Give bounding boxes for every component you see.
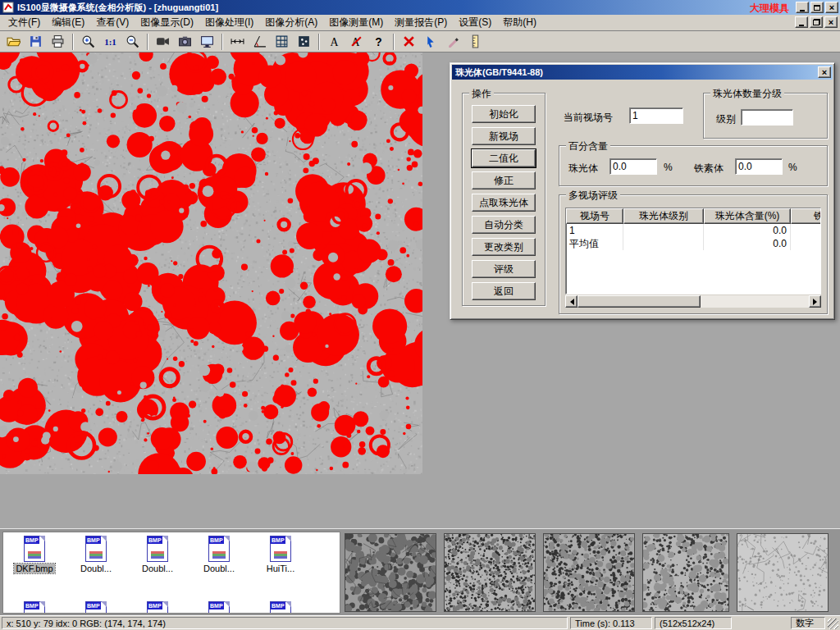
init-button[interactable]: 初始化 xyxy=(472,105,536,123)
table-horizontal-scrollbar[interactable] xyxy=(565,295,821,308)
marker-button[interactable] xyxy=(421,32,441,51)
zoom-in-button[interactable] xyxy=(78,32,98,51)
annotate-text-button[interactable]: A xyxy=(324,32,345,51)
print-button[interactable] xyxy=(48,32,68,51)
actual-size-button[interactable]: 1:1 xyxy=(100,32,121,51)
pearlite-dialog: 珠光体(GB/T9441-88) × 操作 初始化 新视场 二值化 修正 点取珠… xyxy=(450,62,835,320)
table-row[interactable]: 1 0.0 xyxy=(566,224,820,237)
file-item[interactable]: BMP Doubl... xyxy=(66,536,126,574)
micrograph-image[interactable] xyxy=(0,52,422,474)
level-input[interactable] xyxy=(741,109,793,126)
file-item-partial[interactable]: BMP xyxy=(5,601,64,614)
scrollbar-thumb[interactable] xyxy=(578,295,701,308)
menu-item-help[interactable]: 帮助(H) xyxy=(497,14,542,31)
thumbnail-5[interactable] xyxy=(737,533,829,612)
change-class-button[interactable]: 更改类别 xyxy=(472,238,536,256)
menu-item-file[interactable]: 文件(F) xyxy=(2,14,46,31)
count-button[interactable] xyxy=(294,32,314,51)
menu-item-edit[interactable]: 编辑(E) xyxy=(46,14,90,31)
rating-table[interactable]: 视场号 珠光体级别 珠光体含量(%) 铁素 1 0.0 平均值 0 xyxy=(565,208,821,294)
arrow-right-icon xyxy=(813,299,820,305)
grid-button[interactable] xyxy=(272,32,292,51)
zoom-out-button[interactable] xyxy=(122,32,143,51)
workspace: 珠光体(GB/T9441-88) × 操作 初始化 新视场 二值化 修正 点取珠… xyxy=(0,52,840,528)
resize-grip[interactable] xyxy=(828,619,838,629)
camera-button[interactable] xyxy=(175,32,195,51)
scroll-left-button[interactable] xyxy=(565,295,578,308)
ferrite-input[interactable] xyxy=(735,158,783,175)
mdi-close-button[interactable]: × xyxy=(824,16,838,28)
return-button[interactable]: 返回 xyxy=(472,282,536,300)
file-item[interactable]: BMP HuiTi... xyxy=(251,536,310,574)
pearlite-input[interactable] xyxy=(609,158,657,175)
menu-item-image-measure[interactable]: 图像测量(M) xyxy=(323,14,389,31)
current-field-input[interactable] xyxy=(629,107,683,124)
save-button[interactable] xyxy=(25,32,46,51)
measure-width-button[interactable] xyxy=(227,32,248,51)
file-item[interactable]: BMP Doubl... xyxy=(189,536,249,574)
thumbnail-1[interactable] xyxy=(345,533,436,612)
thumbnail-strip-icon xyxy=(28,551,41,559)
minimize-button[interactable] xyxy=(796,2,809,13)
file-name[interactable]: Doubl... xyxy=(79,564,113,573)
picker-button[interactable] xyxy=(443,32,463,51)
file-name[interactable]: HuiTi... xyxy=(265,564,296,573)
table-row[interactable]: 平均值 0.0 xyxy=(566,237,820,250)
thumbnail-4[interactable] xyxy=(642,533,729,612)
application-window: IS100显微摄像系统(金相分析版) - [zhuguangti01] 大理模具… xyxy=(0,0,840,630)
maximize-button[interactable] xyxy=(810,2,824,13)
toolbar-separator xyxy=(318,34,320,50)
delete-measure-button[interactable] xyxy=(399,32,419,51)
zoom-in-icon xyxy=(81,34,95,48)
file-name[interactable]: Doubl... xyxy=(140,564,175,573)
table-cell: 平均值 xyxy=(566,237,623,250)
remove-text-button[interactable]: A xyxy=(346,32,367,51)
menu-item-report[interactable]: 测量报告(P) xyxy=(389,14,453,31)
bmp-badge: BMP xyxy=(86,536,101,544)
file-item-partial[interactable]: BMP xyxy=(66,601,126,614)
window-title: IS100显微摄像系统(金相分析版) - [zhuguangti01] xyxy=(17,2,218,14)
current-field-label: 当前视场号 xyxy=(564,111,613,125)
help-button[interactable]: ? xyxy=(368,32,389,51)
open-file-button[interactable] xyxy=(3,32,24,51)
mdi-restore-button[interactable] xyxy=(810,16,823,28)
monitor-button[interactable] xyxy=(197,32,217,51)
binarize-button[interactable]: 二值化 xyxy=(472,149,536,167)
menu-item-image-display[interactable]: 图像显示(D) xyxy=(135,14,199,31)
file-name[interactable]: DKF.bmp xyxy=(14,564,54,573)
dialog-title-bar[interactable]: 珠光体(GB/T9441-88) × xyxy=(452,65,833,80)
pick-pearlite-button[interactable]: 点取珠光体 xyxy=(472,194,536,212)
correct-button[interactable]: 修正 xyxy=(472,171,536,189)
table-cell: 1 xyxy=(566,224,623,237)
multi-field-group-label: 多视场评级 xyxy=(566,189,620,203)
menu-item-settings[interactable]: 设置(S) xyxy=(453,14,497,31)
scroll-right-button[interactable] xyxy=(809,295,821,308)
file-item[interactable]: BMP DKF.bmp xyxy=(5,536,64,574)
menu-item-image-process[interactable]: 图像处理(I) xyxy=(199,14,259,31)
bmp-file-icon: BMP xyxy=(24,536,45,562)
close-button[interactable]: × xyxy=(825,2,838,13)
minimize-icon xyxy=(800,10,805,11)
rate-button[interactable]: 评级 xyxy=(472,260,536,278)
text-remove-icon: A xyxy=(349,34,363,48)
file-item-partial[interactable]: BMP xyxy=(128,601,187,614)
file-item[interactable]: BMP Doubl... xyxy=(128,536,187,574)
thumbnail-3[interactable] xyxy=(543,533,635,612)
restore-icon xyxy=(813,19,820,25)
menu-item-image-analysis[interactable]: 图像分析(A) xyxy=(259,14,323,31)
file-item-partial[interactable]: BMP xyxy=(251,601,310,614)
ruler-button[interactable] xyxy=(465,32,486,51)
dialog-close-button[interactable]: × xyxy=(818,66,831,78)
auto-classify-button[interactable]: 自动分类 xyxy=(472,216,536,234)
new-field-button[interactable]: 新视场 xyxy=(472,127,536,145)
thumbnail-2[interactable] xyxy=(444,533,536,612)
thumbnail-strip-icon xyxy=(89,551,103,559)
menu-item-view[interactable]: 查看(V) xyxy=(90,14,135,31)
status-position: x: 510 y: 79 idx: 0 RGB: (174, 174, 174) xyxy=(2,617,568,629)
file-item-partial[interactable]: BMP xyxy=(189,601,249,614)
video-capture-button[interactable] xyxy=(153,32,173,51)
measure-angle-button[interactable] xyxy=(249,32,270,51)
file-name[interactable]: Doubl... xyxy=(202,564,236,573)
mdi-minimize-button[interactable] xyxy=(795,16,808,28)
text-annotate-icon: A xyxy=(327,34,341,48)
